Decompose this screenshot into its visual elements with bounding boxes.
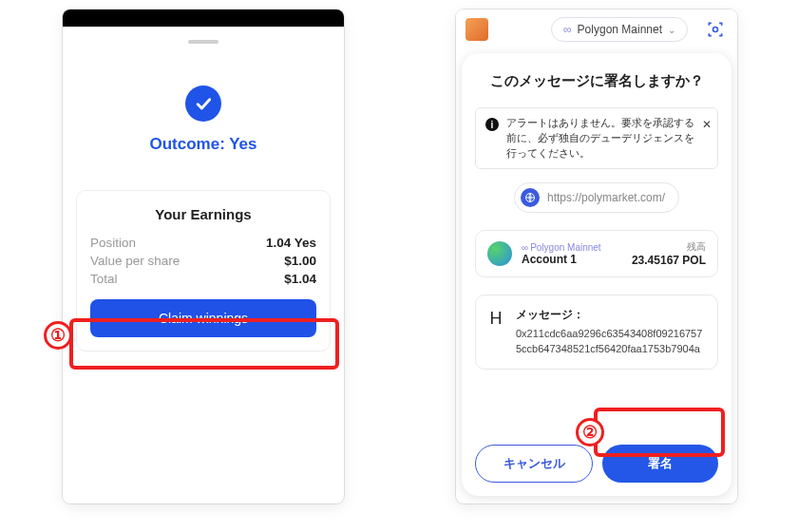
balance-label: 残高 xyxy=(632,240,706,254)
phone-claim-winnings: Outcome: Yes Your Earnings Position 1.04… xyxy=(63,10,344,504)
hex-indicator-icon: H xyxy=(487,309,504,357)
earnings-row: Position 1.04 Yes xyxy=(90,234,316,252)
earnings-row: Total $1.04 xyxy=(90,270,316,288)
annotation-badge-2: ② xyxy=(576,418,604,446)
account-card: ∞Polygon Mainnet Account 1 残高 23.45167 P… xyxy=(475,230,718,277)
earnings-value: $1.04 xyxy=(284,272,316,286)
metamask-fox-icon xyxy=(466,18,488,41)
status-bar xyxy=(63,10,344,27)
outcome-text: Outcome: Yes xyxy=(63,135,344,154)
sheet-grip[interactable] xyxy=(188,40,218,44)
earnings-card: Your Earnings Position 1.04 Yes Value pe… xyxy=(76,190,331,352)
modal-actions: キャンセル 署名 xyxy=(475,445,718,483)
origin-url: https://polymarket.com/ xyxy=(547,191,665,204)
earnings-value: 1.04 Yes xyxy=(266,236,316,250)
annotation-badge-1: ① xyxy=(44,321,72,350)
info-icon: i xyxy=(485,118,499,131)
message-hex: 0x211cdc6aa9296c63543408f092167575ccb647… xyxy=(516,327,706,357)
scan-icon[interactable] xyxy=(703,17,728,42)
globe-icon xyxy=(521,188,540,207)
message-label: メッセージ： xyxy=(516,307,706,323)
earnings-label: Position xyxy=(90,236,136,250)
account-avatar-icon xyxy=(487,241,512,266)
close-icon[interactable]: ✕ xyxy=(702,116,712,133)
earnings-value: $1.00 xyxy=(284,254,316,268)
sign-button[interactable]: 署名 xyxy=(602,445,718,483)
alert-text: アラートはありません。要求を承認する前に、必ず独自のデューデリジェンスを行ってく… xyxy=(506,116,696,161)
link-icon: ∞ xyxy=(563,23,572,36)
network-name: Polygon Mainnet xyxy=(578,23,662,36)
chevron-down-icon: ⌄ xyxy=(668,25,675,35)
network-selector[interactable]: ∞ Polygon Mainnet ⌄ xyxy=(551,17,688,42)
check-icon xyxy=(185,86,221,122)
cancel-button[interactable]: キャンセル xyxy=(475,445,593,483)
alert-banner: i アラートはありません。要求を承認する前に、必ず独自のデューデリジェンスを行っ… xyxy=(475,107,718,169)
earnings-label: Total xyxy=(90,272,118,286)
balance-value: 23.45167 POL xyxy=(632,254,706,267)
earnings-row: Value per share $1.00 xyxy=(90,252,316,270)
claim-winnings-button[interactable]: Claim winnings xyxy=(90,299,316,337)
earnings-label: Value per share xyxy=(90,254,180,268)
wallet-topbar: ∞ Polygon Mainnet ⌄ xyxy=(456,10,737,49)
account-network-link: ∞Polygon Mainnet xyxy=(522,242,601,253)
svg-point-0 xyxy=(713,28,718,32)
message-card: H メッセージ： 0x211cdc6aa9296c63543408f092167… xyxy=(475,294,718,370)
account-name: Account 1 xyxy=(522,253,601,266)
request-origin[interactable]: https://polymarket.com/ xyxy=(514,182,679,213)
earnings-title: Your Earnings xyxy=(90,206,316,222)
modal-title: このメッセージに署名しますか？ xyxy=(475,72,718,90)
